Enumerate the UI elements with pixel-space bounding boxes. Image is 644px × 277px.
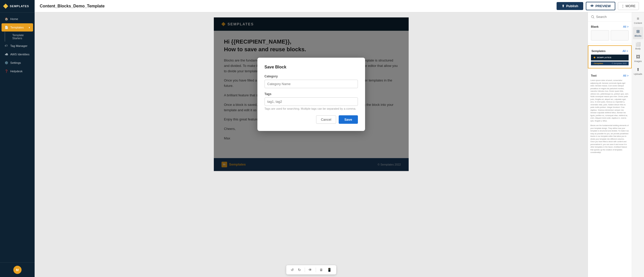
templates-chevron-icon: ▾ (29, 26, 30, 29)
blank-section: Blank All > (588, 22, 632, 43)
email-canvas: SEMPLATES Hi {{RECIPIENT_NAME}}, How to … (214, 17, 409, 171)
body-icon: ⬜ (636, 42, 641, 47)
publish-button[interactable]: ⬆ Publish (557, 2, 583, 10)
blank-section-header: Blank All > (588, 24, 632, 30)
sidebar-bottom: M (0, 262, 35, 277)
helpdesk-icon: ❓ (5, 69, 8, 73)
semplates-section-title: Semplates (591, 49, 606, 53)
undo-button[interactable]: ↺ (289, 267, 295, 273)
sidebar: SEMPLATES 🏠 Home 📄 Templates ▾ Template … (0, 0, 35, 277)
sem-diamond-mini-icon (593, 57, 596, 59)
content-icon: ≡ (637, 16, 639, 21)
text-section-title: Text (591, 74, 597, 77)
modal-title: Save Block (265, 65, 358, 69)
semplates-footer-preview[interactable]: ▪ Semplates © Semplates 2022 (591, 61, 629, 65)
icon-bar-uploads[interactable]: ⬆ Uploads (633, 65, 643, 77)
sidebar-item-template-starters-label: Template Starters (12, 34, 30, 40)
tags-label: Tags (265, 92, 358, 96)
sidebar-logo[interactable]: SEMPLATES (0, 0, 35, 13)
logo-diamond-icon (3, 4, 8, 9)
preview-view-button[interactable]: 👁 (307, 267, 314, 273)
semplates-section: Semplates All > SEMPLATES ▪ Semplates (588, 45, 632, 68)
text-block-preview-1[interactable]: Lorem ipsum dolor sit amet, consectetur … (588, 79, 632, 122)
template-title: Content_Blocks_Demo_Template (40, 4, 557, 8)
semplates-section-header: Semplates All > (588, 48, 631, 55)
blocks-panel: Blank All > Semplates All > (588, 12, 632, 277)
blank-block-2[interactable] (611, 30, 629, 40)
category-label: Category (265, 75, 358, 78)
main-area: Content_Blocks_Demo_Template ⬆ Publish 👁… (35, 0, 644, 277)
modal-overlay: Save Block Category Tags Tags are used f… (214, 17, 409, 171)
text-section-header: Text All > (588, 73, 632, 79)
sidebar-item-aws-identities[interactable]: ☁️ AWS Identities (2, 50, 33, 58)
images-icon: 🖼 (636, 55, 640, 59)
publish-icon: ⬆ (562, 4, 565, 8)
topbar: Content_Blocks_Demo_Template ⬆ Publish 👁… (35, 0, 644, 12)
text-preview-body-2: Blocks are the fundamental building elem… (590, 124, 629, 154)
topbar-actions: ⬆ Publish 👁 PREVIEW ⋮ MORE (557, 2, 639, 10)
templates-icon: 📄 (5, 26, 8, 29)
save-block-button[interactable]: Save (339, 115, 358, 124)
editor-area: SEMPLATES Hi {{RECIPIENT_NAME}}, How to … (35, 12, 644, 277)
sidebar-item-settings[interactable]: ⚙️ Settings (2, 59, 33, 67)
blocks-icon: ⊞ (636, 29, 640, 34)
modal-footer: Cancel Save (265, 115, 358, 124)
toolbar-divider-1 (305, 268, 305, 272)
tags-input[interactable] (265, 97, 358, 106)
icon-bar-body[interactable]: ⬜ Body (633, 40, 643, 52)
blank-all-link[interactable]: All > (623, 25, 629, 28)
preview-icon: 👁 (590, 4, 594, 8)
tags-hint: Tags are used for searching. Multiple ta… (265, 107, 358, 110)
canvas-toolbar: ↺ ↻ 👁 🖥 📱 (286, 265, 336, 274)
sidebar-item-helpdesk-label: Helpdesk (10, 70, 23, 73)
right-panel: Blank All > Semplates All > (588, 12, 644, 277)
aws-icon: ☁️ (5, 53, 8, 56)
blank-blocks-container (588, 30, 632, 40)
sem-header-mini: SEMPLATES (591, 55, 629, 60)
search-icon (591, 15, 595, 19)
search-input[interactable] (596, 15, 629, 19)
redo-button[interactable]: ↻ (296, 267, 303, 273)
cancel-button[interactable]: Cancel (316, 115, 336, 124)
user-avatar[interactable]: M (13, 266, 22, 274)
semplates-all-link[interactable]: All > (622, 49, 628, 53)
sidebar-item-helpdesk[interactable]: ❓ Helpdesk (2, 67, 33, 75)
sidebar-item-home[interactable]: 🏠 Home (2, 15, 33, 23)
icon-bar-blocks[interactable]: ⊞ Blocks (633, 27, 643, 39)
toolbar-divider-2 (316, 268, 316, 272)
logo-text: SEMPLATES (10, 5, 29, 8)
category-input[interactable] (265, 80, 358, 88)
sem-footer-mini: ▪ Semplates © Semplates 2022 (591, 61, 629, 65)
more-button[interactable]: ⋮ MORE (618, 2, 639, 10)
sidebar-item-tag-manager[interactable]: 🏷 Tag Manager (2, 42, 33, 50)
sidebar-item-templates[interactable]: 📄 Templates ▾ (2, 23, 33, 32)
sidebar-item-tag-manager-label: Tag Manager (10, 44, 27, 47)
sem-header-mini-text: SEMPLATES (597, 56, 611, 59)
preview-button[interactable]: 👁 PREVIEW (586, 2, 615, 10)
sidebar-item-templates-label: Templates (10, 26, 24, 29)
sidebar-item-settings-label: Settings (10, 61, 21, 64)
save-block-modal: Save Block Category Tags Tags are used f… (257, 58, 365, 131)
sem-footer-copy-mini-text: © Semplates 2022 (612, 63, 627, 64)
sidebar-item-aws-label: AWS Identities (10, 53, 29, 56)
icon-bar-content[interactable]: ≡ Content (633, 14, 643, 26)
mobile-view-button[interactable]: 📱 (326, 267, 333, 273)
search-bar (588, 12, 632, 22)
icon-bar-images[interactable]: 🖼 Images (633, 53, 643, 65)
text-preview-body-1: Lorem ipsum dolor sit amet, consectetur … (590, 79, 629, 122)
desktop-view-button[interactable]: 🖥 (318, 267, 325, 273)
email-body: Hi {{RECIPIENT_NAME}}, How to save and r… (214, 31, 409, 153)
more-dots-icon: ⋮ (621, 4, 625, 8)
category-field-group: Category (265, 75, 358, 88)
blank-block-1[interactable] (591, 30, 609, 40)
tags-field-group: Tags Tags are used for searching. Multip… (265, 92, 358, 110)
sidebar-item-template-starters[interactable]: Template Starters (5, 32, 33, 42)
text-section: Text All > Lorem ipsum dolor sit amet, c… (588, 70, 632, 157)
text-all-link[interactable]: All > (623, 74, 629, 77)
settings-icon: ⚙️ (5, 61, 8, 65)
semplates-header-preview[interactable]: SEMPLATES (591, 55, 629, 60)
canvas-wrapper: SEMPLATES Hi {{RECIPIENT_NAME}}, How to … (35, 12, 588, 277)
home-icon: 🏠 (5, 17, 8, 21)
tag-icon: 🏷 (5, 44, 8, 48)
text-block-preview-2[interactable]: Blocks are the fundamental building elem… (588, 124, 632, 154)
